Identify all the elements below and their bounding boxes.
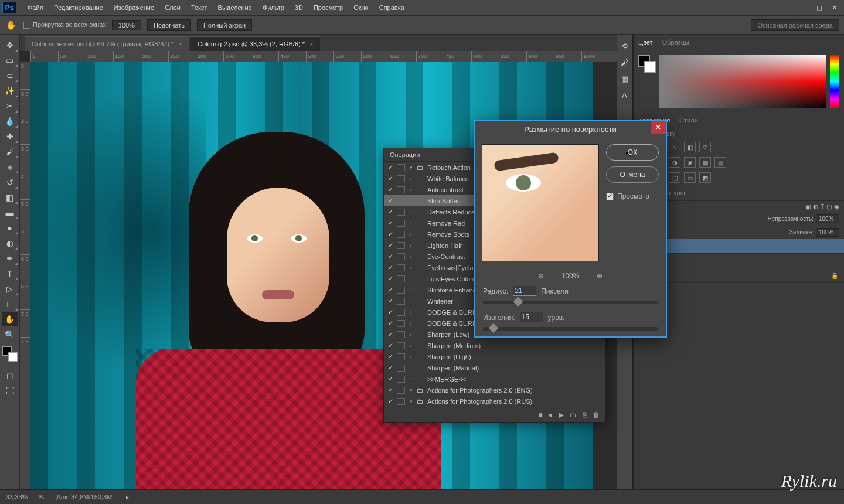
threshold-input[interactable]: 15 [520,312,543,322]
character-panel-icon[interactable]: A [618,88,631,101]
scroll-all-windows-checkbox[interactable]: Прокрутка во всех окнах [23,21,106,29]
eyedropper-tool[interactable]: 💧 [2,114,18,128]
swatches-panel-icon[interactable]: ▦ [618,72,631,85]
stop-icon[interactable]: ■ [539,411,543,419]
play-icon[interactable]: ▶ [559,411,564,419]
trash-icon[interactable]: 🗑 [593,411,600,419]
lut-icon[interactable]: ▤ [714,157,726,168]
crop-tool[interactable]: ✂ [2,99,18,113]
dodge-tool[interactable]: ◐ [2,236,18,250]
close-icon[interactable]: × [179,40,182,47]
menu-text[interactable]: Текст [186,0,213,16]
document-tab[interactable]: Coloring-2.psd @ 33,3% (2, RGB/8) *× [190,36,320,51]
menu-3d[interactable]: 3D [290,0,308,16]
menu-window[interactable]: Окно [348,0,374,16]
path-select-tool[interactable]: ▷ [2,282,18,296]
menu-edit[interactable]: Редактирование [49,0,108,16]
menu-help[interactable]: Справка [374,0,410,16]
cancel-button[interactable]: Отмена [606,166,659,183]
status-chevron-icon[interactable]: ▸ [126,493,130,501]
preview-checkbox[interactable]: Просмотр [606,192,659,200]
healing-brush-tool[interactable]: ✚ [2,130,18,144]
opacity-value[interactable]: 100% [816,214,839,223]
new-set-icon[interactable]: 🗀 [570,411,577,419]
color-swatches[interactable] [2,346,18,362]
layer-filter-type-icon[interactable]: T [821,203,824,210]
lasso-tool[interactable]: ⊂ [2,69,18,83]
status-arrow-icon[interactable]: ⇱ [39,493,45,501]
pen-tool[interactable]: ✒ [2,251,18,265]
zoom-tool[interactable]: 🔍 [2,328,18,342]
window-close[interactable]: ✕ [828,2,842,13]
photo-filter-icon[interactable]: ◉ [684,157,696,168]
magic-wand-tool[interactable]: ✨ [2,84,18,98]
threshold-icon[interactable]: ◫ [669,172,680,183]
document-tab[interactable]: Color schemes.psd @ 66,7% (Триада, RGB/8… [25,36,189,51]
type-tool[interactable]: T [2,267,18,281]
radius-input[interactable]: 21 [513,286,536,296]
panel-tab-color[interactable]: Цвет [637,37,654,47]
zoom-in-icon[interactable]: ⊕ [597,272,603,280]
move-tool[interactable]: ✥ [2,38,18,52]
history-panel-icon[interactable]: ⟲ [618,39,631,52]
panel-tab-swatches[interactable]: Образцы [661,37,690,47]
color-field[interactable] [659,55,826,108]
quickmask-toggle[interactable]: ◻ [2,369,18,383]
gradient-tool[interactable]: ▬ [2,206,18,220]
menu-file[interactable]: Файл [22,0,49,16]
ok-button[interactable]: ОК [606,144,659,161]
panel-tab-styles[interactable]: Стили [678,115,699,125]
hue-slider[interactable] [830,55,839,108]
action-row[interactable]: ✓▾🗀Actions for Photographers 2.0 (RUS) [384,396,605,407]
bw-icon[interactable]: ◑ [669,157,680,168]
curves-icon[interactable]: ∿ [669,142,680,152]
marquee-tool[interactable]: ▭ [2,53,18,67]
status-zoom[interactable]: 33,33% [6,493,28,500]
brush-tool[interactable]: 🖌 [2,145,18,159]
action-row[interactable]: ✓›Sharpen (High) [384,351,605,362]
layer-filter-pixel-icon[interactable]: ▣ [805,203,811,210]
exposure-icon[interactable]: ◧ [684,142,696,152]
action-row[interactable]: ✓›>>MERGE<< [384,373,605,384]
action-row[interactable]: ✓▾🗀Actions for Photographers 2.0 (ENG) [384,384,605,396]
window-maximize[interactable]: ◻ [812,2,826,13]
menu-image[interactable]: Изображение [108,0,159,16]
clone-stamp-tool[interactable]: ⎈ [2,160,18,174]
dialog-preview[interactable] [482,144,599,261]
layer-filter-shape-icon[interactable]: ▢ [826,203,832,210]
fgbg-swatch[interactable] [638,55,656,73]
workspace-dropdown[interactable]: Основная рабочая среда [751,19,839,31]
screenmode-toggle[interactable]: ⛶ [2,384,18,398]
action-row[interactable]: ✓›Sharpen (Manual) [384,362,605,373]
record-icon[interactable]: ● [549,411,553,419]
gradient-map-icon[interactable]: ▭ [684,172,696,183]
layer-filter-adj-icon[interactable]: ◐ [813,203,818,210]
window-minimize[interactable]: — [797,2,811,13]
radius-slider[interactable] [483,301,658,304]
full-screen-button[interactable]: Полный экран [197,19,252,31]
menu-view[interactable]: Просмотр [308,0,348,16]
dialog-close-button[interactable]: ✕ [651,121,666,134]
menu-layer[interactable]: Слои [159,0,186,16]
hand-tool[interactable]: ✋ [2,312,18,326]
close-icon[interactable]: × [309,40,313,47]
selective-color-icon[interactable]: ◩ [699,172,711,183]
zoom-field[interactable]: 100% [112,20,141,30]
eraser-tool[interactable]: ◧ [2,190,18,205]
action-row[interactable]: ✓›Sharpen (Medium) [384,340,605,351]
menubar: Ps Файл Редактирование Изображение Слои … [0,0,844,16]
threshold-slider[interactable] [483,327,658,331]
layer-filter-smart-icon[interactable]: ◉ [834,203,839,210]
menu-select[interactable]: Выделение [213,0,257,16]
zoom-out-icon[interactable]: ⊖ [538,272,544,280]
brushes-panel-icon[interactable]: 🖌 [618,56,631,69]
fill-value[interactable]: 100% [816,228,839,237]
channel-mixer-icon[interactable]: ▦ [699,157,711,168]
new-action-icon[interactable]: ⎘ [583,411,587,419]
fit-screen-button[interactable]: Подогнать [147,19,191,31]
menu-filter[interactable]: Фильтр [257,0,290,16]
vibrance-icon[interactable]: ▽ [699,142,711,152]
history-brush-tool[interactable]: ↺ [2,175,18,189]
blur-tool[interactable]: ● [2,221,18,235]
shape-tool[interactable]: □ [2,297,18,311]
